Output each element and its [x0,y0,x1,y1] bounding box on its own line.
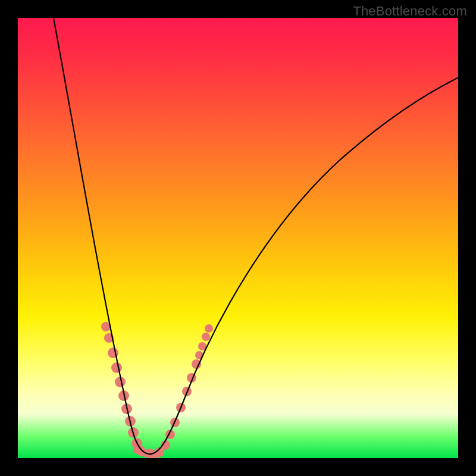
curve-bead-cluster [101,322,213,458]
plot-area [18,18,458,458]
svg-point-3 [111,362,122,373]
bottleneck-curve [18,18,458,458]
svg-point-23 [205,324,213,333]
chart-frame: TheBottleneck.com [0,0,476,476]
svg-point-10 [136,446,145,455]
svg-point-22 [202,333,210,341]
curve-line [52,12,461,454]
watermark-text: TheBottleneck.com [353,4,467,19]
